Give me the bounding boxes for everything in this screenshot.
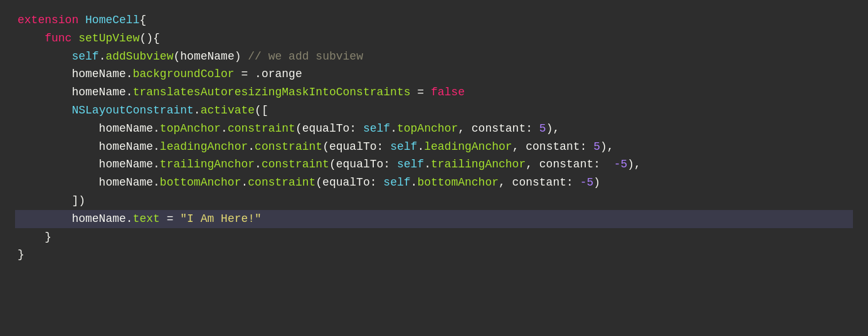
code-line-9: homeName.trailingAnchor.constraint(equal… [15,155,853,174]
code-line-12: homeName.text = "I Am Here!" [15,210,853,228]
code-line-7: homeName.topAnchor.constraint(equalTo: s… [15,120,853,138]
code-line-1: extension HomeCell{ [15,11,853,29]
code-line-6: NSLayoutConstraint.activate([ [15,102,853,120]
code-line-8: homeName.leadingAnchor.constraint(equalT… [15,138,853,156]
code-line-14: } [15,228,853,246]
code-editor: extension HomeCell{ func setUpView(){ se… [0,0,868,336]
code-line-5: homeName.translatesAutoresizingMaskIntoC… [15,83,853,102]
code-line-2: func setUpView(){ [15,29,853,48]
code-line-4: homeName.backgroundColor = .orange [15,65,853,83]
code-line-15: } [15,246,853,264]
code-line-10: homeName.bottomAnchor.constraint(equalTo… [15,174,853,192]
code-line-3: self.addSubview(homeName) // we add subv… [15,48,853,66]
code-line-11: ]) [15,192,853,210]
